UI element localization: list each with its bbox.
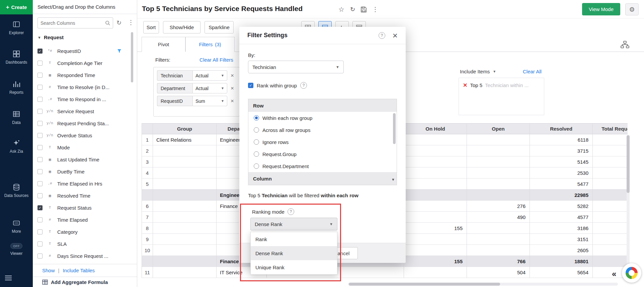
column-checkbox[interactable] <box>37 73 43 78</box>
ranking-option-dense-rank[interactable]: Dense Rank <box>251 246 337 260</box>
column-item-responded-time[interactable]: ▦Responded Time <box>33 69 137 81</box>
sidebar-item-ask-zia[interactable]: Ask Zia <box>0 139 33 154</box>
close-icon[interactable]: × <box>393 31 398 40</box>
column-item-request-pending-sta[interactable]: y/nRequest Pending Sta... <box>33 117 137 129</box>
column-item-time-to-resolve-in-d[interactable]: #Time to Resolve (in D... <box>33 81 137 93</box>
column-checkbox[interactable] <box>37 145 43 150</box>
filter-by-select[interactable]: Technician ▼ <box>248 61 344 73</box>
sidebar-item-viewer[interactable]: OFFViewer <box>0 243 33 256</box>
column-item-time-elapsed-in-hrs[interactable]: .#Time Elapsed in Hrs <box>33 177 137 190</box>
column-checkbox[interactable] <box>37 217 43 222</box>
column-header-total-requests[interactable]: Total Requests <box>593 123 628 134</box>
column-header-group[interactable]: Group <box>153 123 217 134</box>
column-item-requestid[interactable]: ✓*#RequestID <box>33 45 137 57</box>
column-header-blank[interactable] <box>142 123 153 134</box>
vertical-scrollbar-thumb[interactable] <box>627 135 630 193</box>
radio-icon[interactable] <box>254 151 259 157</box>
remove-filter-icon[interactable]: × <box>231 98 234 104</box>
ranking-option-unique-rank[interactable]: Unique Rank <box>251 260 337 274</box>
hierarchy-view-icon[interactable] <box>621 41 629 49</box>
viewer-off-badge[interactable]: OFF <box>10 243 22 249</box>
ranking-mode-select[interactable]: Dense Rank ▼ <box>250 218 337 230</box>
horizontal-scrollbar-thumb[interactable] <box>349 283 500 286</box>
table-section-request[interactable]: ▼ Request <box>37 34 64 40</box>
radio-selected-icon[interactable] <box>254 115 259 121</box>
rank-scope-option-across-all-row-groups[interactable]: Across all row groups <box>248 124 397 136</box>
refresh-report-icon[interactable]: ↻ <box>350 6 355 13</box>
horizontal-scrollbar[interactable] <box>348 283 618 286</box>
column-item-time-to-respond-in[interactable]: .#Time to Respond in ... <box>33 93 137 105</box>
tab-pivot[interactable]: Pivot <box>142 37 185 52</box>
sidebar-item-reports[interactable]: Reports <box>0 80 33 95</box>
listbox-scroll-down-icon[interactable]: ▼ <box>391 177 395 182</box>
column-item-service-request[interactable]: y/nService Request <box>33 105 137 117</box>
column-checkbox[interactable] <box>37 97 43 102</box>
clear-all-filters-link[interactable]: Clear All Filters <box>199 57 233 63</box>
sort-button[interactable]: Sort <box>143 21 159 33</box>
rank-scope-option-request-department[interactable]: Request.Department <box>248 160 397 172</box>
show-link[interactable]: Show <box>42 268 55 273</box>
search-columns-input[interactable] <box>41 20 105 26</box>
column-header-open[interactable]: Open <box>467 123 530 134</box>
remove-filter-icon[interactable]: × <box>231 85 234 92</box>
radio-icon[interactable] <box>254 127 259 133</box>
column-item-days-since-request[interactable]: #Days Since Request ... <box>33 250 137 262</box>
column-checkbox[interactable] <box>37 193 43 198</box>
filter-chip-mode-select[interactable]: Actual▼ <box>192 70 227 81</box>
sidebar-item-data[interactable]: Data <box>0 111 33 125</box>
add-aggregate-formula-button[interactable]: Add Aggregate Formula <box>33 277 137 287</box>
show-hide-button[interactable]: Show/Hide <box>163 21 200 33</box>
favorite-star-icon[interactable]: ☆ <box>338 5 344 13</box>
remove-applied-filter-icon[interactable]: ✕ <box>463 82 467 88</box>
sidebar-item-data-sources[interactable]: Data Sources <box>0 184 33 198</box>
column-item-mode[interactable]: TMode <box>33 141 137 153</box>
column-item-completion-age-tier[interactable]: TCompletion Age Tier <box>33 57 137 69</box>
columns-scrollbar-thumb[interactable] <box>131 32 133 82</box>
listbox-section-column[interactable]: Column <box>248 172 397 185</box>
column-item-overdue-status[interactable]: y/nOverdue Status <box>33 129 137 141</box>
menu-hamburger-icon[interactable] <box>5 275 12 282</box>
help-icon[interactable]: ? <box>379 32 385 39</box>
search-columns-box[interactable] <box>37 17 113 28</box>
column-item-time-elapsed[interactable]: #Time Elapsed <box>33 214 137 226</box>
zoho-logo[interactable] <box>622 263 641 283</box>
rank-within-group-checkbox[interactable]: ✓ <box>248 83 253 88</box>
column-checkbox[interactable]: ✓ <box>37 49 43 54</box>
sparkline-button[interactable]: Sparkline <box>205 21 234 33</box>
column-checkbox[interactable] <box>37 254 43 259</box>
rank-scope-option-ignore-rows[interactable]: Ignore rows <box>248 136 397 148</box>
column-item-sla[interactable]: TSLA <box>33 238 137 250</box>
help-icon[interactable]: ? <box>288 208 294 215</box>
column-checkbox[interactable] <box>37 157 43 162</box>
column-item-dueby-time[interactable]: ▦DueBy Time <box>33 165 137 177</box>
remove-filter-icon[interactable]: × <box>231 72 234 79</box>
filter-chip-mode-select[interactable]: Actual▼ <box>192 83 227 93</box>
listbox-scrollbar-thumb[interactable] <box>393 113 396 144</box>
columns-menu-kebab-icon[interactable]: ⋮ <box>128 19 134 26</box>
column-header-resolved[interactable]: Resolved <box>530 123 593 134</box>
column-item-last-updated-time[interactable]: ▦Last Updated Time <box>33 153 137 165</box>
column-item-resolved-time[interactable]: ▦Resolved Time <box>33 190 137 202</box>
column-checkbox[interactable] <box>37 229 43 234</box>
column-checkbox[interactable] <box>37 181 43 186</box>
sidebar-item-explorer[interactable]: Explorer <box>0 21 33 35</box>
radio-icon[interactable] <box>254 139 259 145</box>
filter-chip-mode-select[interactable]: Sum▼ <box>192 96 227 106</box>
include-items-dropdown[interactable]: Include Items ▼ <box>460 69 496 74</box>
column-item-request-status[interactable]: ✓TRequest Status <box>33 202 137 214</box>
column-checkbox[interactable] <box>37 241 43 246</box>
include-tables-link[interactable]: Include Tables <box>63 268 95 273</box>
column-checkbox[interactable] <box>37 169 43 174</box>
rank-scope-option-request-group[interactable]: Request.Group <box>248 148 397 160</box>
column-checkbox[interactable] <box>37 121 43 126</box>
column-checkbox[interactable] <box>37 133 43 138</box>
rank-scope-option-within-each-row-group[interactable]: Within each row group <box>248 112 397 124</box>
sidebar-item-more[interactable]: More <box>0 219 33 234</box>
radio-icon[interactable] <box>254 163 259 169</box>
report-menu-kebab-icon[interactable]: ⋮ <box>372 6 378 13</box>
column-checkbox[interactable] <box>37 61 43 66</box>
vertical-scrollbar[interactable] <box>627 135 630 281</box>
refresh-columns-icon[interactable]: ↻ <box>116 19 122 26</box>
column-item-category[interactable]: TCategory <box>33 226 137 238</box>
view-mode-button[interactable]: View Mode <box>582 3 620 15</box>
